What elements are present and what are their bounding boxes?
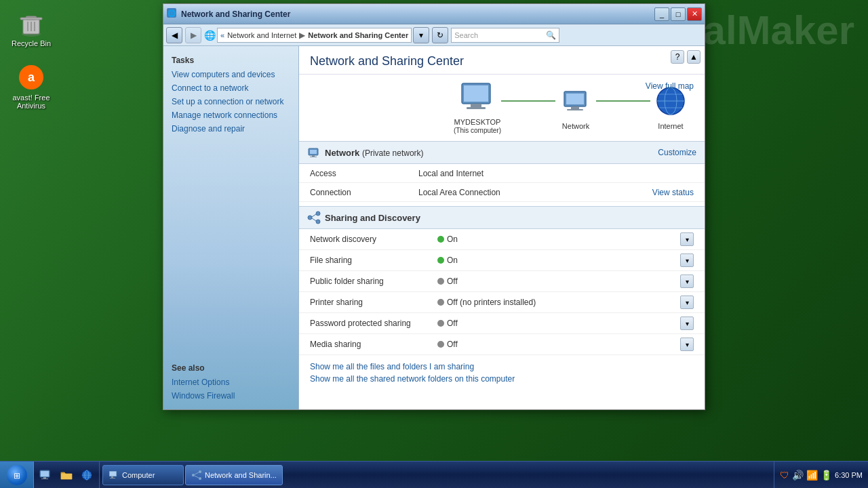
help-button[interactable]: ?: [671, 50, 684, 64]
back-button[interactable]: ◀: [166, 27, 182, 43]
line-1: [501, 100, 555, 102]
public-folder-value: Off: [447, 277, 458, 286]
options-button[interactable]: ▲: [687, 50, 701, 64]
svg-rect-12: [464, 85, 488, 102]
connection-row: Connection Local Area Connection View st…: [299, 183, 705, 202]
sidebar-view-computers[interactable]: View computers and devices: [163, 68, 298, 81]
main-panel: ? ▲ Network and Sharing Center View full…: [299, 46, 705, 409]
svg-rect-38: [41, 479, 48, 479]
svg-line-51: [195, 472, 199, 474]
sidebar-manage-connections[interactable]: Manage network connections: [163, 108, 298, 122]
start-button[interactable]: ⊞: [0, 462, 34, 489]
network-section-icon: [307, 146, 321, 159]
breadcrumb-icon: 🌐: [204, 30, 216, 41]
minimize-button[interactable]: _: [654, 7, 669, 21]
ql-computer-icon[interactable]: [37, 466, 56, 485]
forward-button[interactable]: ▶: [185, 27, 201, 43]
password-sharing-expand[interactable]: ▾: [680, 317, 694, 330]
network-discovery-status: On: [437, 235, 675, 244]
panel-title: Network and Sharing Center: [299, 46, 705, 75]
window-body: Tasks View computers and devices Connect…: [163, 46, 705, 409]
media-sharing-value: Off: [447, 340, 458, 349]
maximize-button[interactable]: □: [671, 7, 686, 21]
network-customize-link[interactable]: Customize: [658, 148, 696, 157]
sidebar-connect-network[interactable]: Connect to a network: [163, 81, 298, 95]
svg-rect-17: [571, 106, 579, 109]
printer-sharing-expand[interactable]: ▾: [680, 296, 694, 309]
panel-top-controls: ? ▲: [671, 50, 701, 64]
view-status-link[interactable]: View status: [652, 188, 694, 197]
network-discovery-expand[interactable]: ▾: [680, 232, 694, 246]
search-placeholder: Search: [454, 31, 478, 39]
access-value: Local and Internet: [418, 169, 694, 178]
svg-point-29: [316, 211, 320, 216]
svg-text:🌐: 🌐: [167, 9, 176, 18]
file-sharing-status: On: [437, 256, 675, 265]
taskbar-quicklaunch: [34, 462, 100, 488]
footer-links: Show me all the files and folders I am s…: [299, 355, 705, 393]
ql-folder-icon[interactable]: [57, 466, 76, 485]
svg-line-52: [195, 476, 199, 478]
password-sharing-label: Password protected sharing: [310, 319, 432, 328]
svg-rect-13: [471, 104, 481, 107]
sharing-section-title: Sharing and Discovery: [325, 213, 420, 223]
breadcrumb-text: Network and Internet: [227, 31, 296, 39]
svg-point-30: [316, 220, 320, 224]
line-2: [596, 100, 650, 102]
desktop: Recycle Bin a avast! Free Antivirus ialM…: [0, 0, 868, 488]
file-sharing-value: On: [447, 256, 458, 265]
taskbar: ⊞: [0, 461, 868, 488]
avast-antivirus-icon[interactable]: a avast! Free Antivirus: [7, 61, 56, 113]
password-sharing-status: Off: [437, 319, 675, 328]
diagram-network: Network: [555, 85, 596, 130]
dropdown-button[interactable]: ▾: [413, 27, 429, 43]
view-full-map-link[interactable]: View full map: [646, 81, 694, 91]
taskbar-network-sharing-item[interactable]: Network and Sharin...: [185, 465, 283, 485]
public-folder-expand[interactable]: ▾: [680, 274, 694, 288]
show-files-link[interactable]: Show me all the files and folders I am s…: [310, 362, 694, 371]
media-sharing-expand[interactable]: ▾: [680, 338, 694, 351]
media-sharing-status: Off: [437, 340, 675, 349]
ql-ie-icon[interactable]: [77, 466, 96, 485]
file-sharing-expand[interactable]: ▾: [680, 253, 694, 267]
mydesktop-label: MYDESKTOP(This computer): [454, 118, 501, 134]
taskbar-tray: 🛡 🔊 📶 🔋 6:30 PM: [774, 462, 868, 488]
search-box[interactable]: Search 🔍: [451, 28, 559, 43]
public-folder-status: Off: [437, 277, 675, 286]
show-folders-link[interactable]: Show me all the shared network folders o…: [310, 374, 694, 384]
address-path[interactable]: « Network and Internet ▶ Network and Sha…: [217, 28, 412, 43]
svg-rect-36: [41, 471, 49, 476]
printer-sharing-status: Off (no printers installed): [437, 298, 675, 307]
public-folder-row: Public folder sharing Off ▾: [299, 271, 705, 292]
sharing-section-icon: [307, 211, 321, 224]
sharing-section-header: Sharing and Discovery: [299, 206, 705, 229]
sidebar-internet-options[interactable]: Internet Options: [163, 375, 298, 389]
taskbar-computer-label: Computer: [122, 471, 155, 479]
network-discovery-row: Network discovery On ▾: [299, 229, 705, 250]
sidebar-windows-firewall[interactable]: Windows Firewall: [163, 389, 298, 403]
breadcrumb-current: Network and Sharing Center: [308, 31, 408, 39]
public-folder-label: Public folder sharing: [310, 277, 432, 286]
sidebar-diagnose[interactable]: Diagnose and repair: [163, 122, 298, 136]
access-label: Access: [310, 169, 418, 178]
close-button[interactable]: ✕: [687, 7, 702, 21]
taskbar-computer-item[interactable]: Computer: [102, 465, 184, 485]
search-icon[interactable]: 🔍: [546, 30, 556, 40]
taskbar-network-label: Network and Sharin...: [205, 471, 277, 479]
sidebar: Tasks View computers and devices Connect…: [163, 46, 299, 409]
svg-rect-6: [20, 18, 42, 20]
file-sharing-label: File sharing: [310, 256, 432, 265]
password-sharing-dot: [437, 320, 444, 327]
printer-sharing-row: Printer sharing Off (no printers install…: [299, 292, 705, 313]
media-sharing-dot: [437, 341, 444, 348]
sidebar-setup-connection[interactable]: Set up a connection or network: [163, 95, 298, 108]
tray-network-icon[interactable]: 📶: [806, 470, 818, 481]
address-bar: ◀ ▶ 🌐 « Network and Internet ▶ Network a…: [163, 24, 705, 46]
refresh-button[interactable]: ↻: [432, 27, 448, 43]
svg-line-32: [312, 218, 316, 221]
connection-value: Local Area Connection: [418, 188, 652, 197]
tasks-section-title: Tasks: [163, 53, 298, 68]
window-icon: 🌐: [166, 7, 177, 20]
tray-volume-icon[interactable]: 🔊: [792, 470, 804, 481]
recycle-bin-icon[interactable]: Recycle Bin: [7, 7, 56, 50]
